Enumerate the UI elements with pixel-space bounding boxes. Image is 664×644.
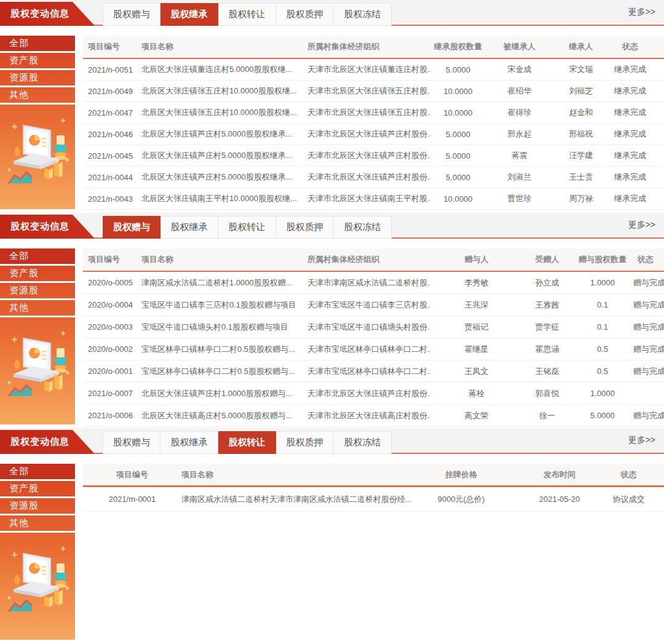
section-title-ribbon: 股权变动信息 bbox=[0, 215, 95, 239]
tab-equity-freeze[interactable]: 股权冻结 bbox=[334, 216, 392, 239]
table-cell: 10.0000 bbox=[430, 194, 486, 204]
laptop-icon bbox=[14, 554, 59, 597]
sidebar-item-resource-shares[interactable]: 资源股 bbox=[0, 498, 75, 515]
sidebar-item-all[interactable]: 全部 bbox=[0, 36, 75, 53]
table-cell: 北辰区大张庄镇高庄村5.0000股股权赠与... bbox=[141, 410, 307, 421]
table-cell: 9000元(总价) bbox=[415, 494, 507, 505]
sidebar-item-resource-shares[interactable]: 资源股 bbox=[0, 70, 75, 87]
table-row[interactable]: 2020/o-0002宝坻区林亭口镇林亭口二村0.5股股权赠与...天津市宝坻区… bbox=[83, 338, 664, 360]
table-cell: 蒋栓 bbox=[430, 388, 523, 399]
table-cell: 继承完成 bbox=[609, 172, 664, 183]
section-body: 全部资产股资源股其他 bbox=[0, 239, 664, 428]
table-cell: 2021/o-0006 bbox=[83, 411, 141, 420]
tab-equity-freeze[interactable]: 股权冻结 bbox=[334, 3, 392, 26]
column-header: 状态 bbox=[609, 41, 664, 52]
sidebar-item-other[interactable]: 其他 bbox=[0, 515, 75, 533]
table-row[interactable]: 2021/m-0001津南区咸水沽镇二道桥村天津市津南区咸水沽镇二道桥村股份经.… bbox=[83, 487, 664, 512]
laptop-finance-illustration-icon bbox=[4, 327, 71, 405]
section-title: 股权变动信息 bbox=[10, 436, 69, 448]
sidebar-item-other[interactable]: 其他 bbox=[0, 300, 75, 317]
table-cell: 继承完成 bbox=[609, 193, 664, 204]
table-cell: 继承完成 bbox=[609, 107, 664, 118]
table-cell: 天津市北辰区大张庄镇张五庄村股... bbox=[307, 85, 430, 97]
column-header: 赠与股权数量 bbox=[572, 254, 633, 265]
table-cell: 天津市宝坻区牛道口镇李三店村股... bbox=[307, 300, 430, 311]
sidebar-item-other[interactable]: 其他 bbox=[0, 87, 75, 105]
more-link[interactable]: 更多>> bbox=[628, 0, 655, 25]
table-cell: 2021/m-0001 bbox=[83, 495, 181, 504]
table-cell: 5.0000 bbox=[430, 130, 486, 139]
column-header: 状态 bbox=[612, 469, 664, 480]
tab-equity-transfer[interactable]: 股权转让 bbox=[218, 216, 276, 239]
tab-equity-transfer[interactable]: 股权转让 bbox=[218, 3, 276, 26]
coins-icon bbox=[55, 135, 67, 160]
table-cell: 天津市北辰区大张庄镇张五庄村股... bbox=[307, 107, 430, 118]
tab-equity-pledge[interactable]: 股权质押 bbox=[276, 3, 334, 26]
table-row[interactable]: 2020/o-0001宝坻区林亭口镇林亭口二村0.5股股权赠与...天津市宝坻区… bbox=[83, 360, 664, 383]
table-cell: 赠与完成 bbox=[633, 366, 664, 377]
table-row[interactable]: 2020/o-0003宝坻区牛道口镇塘头村0.1股股权赠与项目天津市宝坻区牛道口… bbox=[83, 316, 664, 338]
table-row[interactable]: 2021/o-0006北辰区大张庄镇高庄村5.0000股股权赠与...天津市北辰… bbox=[83, 405, 664, 427]
table-row[interactable]: 2021/n-0046北辰区大张庄镇芦庄村5.0000股股权继承...天津市北辰… bbox=[83, 124, 664, 145]
table-cell: 北辰区大张庄镇南王平村10.0000股股权继... bbox=[141, 193, 307, 204]
table-cell: 津南区咸水沽镇二道桥村1.0000股股权赠... bbox=[141, 277, 307, 288]
line-chart-icon bbox=[9, 172, 32, 183]
tab-equity-inheritance[interactable]: 股权继承 bbox=[160, 216, 218, 239]
table-row[interactable]: 2021/n-0043北辰区大张庄镇南王平村10.0000股股权继...天津市北… bbox=[83, 188, 664, 210]
tab-equity-gift[interactable]: 股权赠与 bbox=[103, 3, 160, 26]
table-row[interactable]: 2020/o-0005津南区咸水沽镇二道桥村1.0000股股权赠...天津市津南… bbox=[83, 272, 664, 294]
column-header: 受赠人 bbox=[523, 254, 572, 265]
more-link[interactable]: 更多>> bbox=[628, 428, 655, 453]
table-row[interactable]: 2021/n-0047北辰区大张庄镇张五庄村10.0000股股权继...天津市北… bbox=[83, 102, 664, 124]
tab-equity-gift-active[interactable]: 股权赠与 bbox=[103, 216, 160, 239]
section-inheritance: 股权变动信息 股权赠与股权继承股权转让股权质押股权冻结 更多>> 全部资产股资源… bbox=[0, 0, 664, 213]
table-header-row: 项目编号项目名称挂牌价格发布时间状态 bbox=[83, 464, 664, 487]
table-row[interactable]: 2021/n-0044北辰区大张庄镇芦庄村5.0000股股权继承...天津市北辰… bbox=[83, 167, 664, 188]
tab-equity-pledge[interactable]: 股权质押 bbox=[276, 216, 334, 239]
table-cell: 汪学建 bbox=[553, 150, 609, 161]
flame-icon bbox=[14, 146, 20, 156]
table-row[interactable]: 2021/o-0007北辰区大张庄镇芦庄村1.0000股股权赠与...天津市北辰… bbox=[83, 383, 664, 405]
table-cell: 0.1 bbox=[572, 322, 633, 332]
table-cell: 王雅茜 bbox=[523, 300, 572, 311]
table-cell: 曹世珍 bbox=[486, 193, 553, 204]
sidebar-item-asset-shares[interactable]: 资产股 bbox=[0, 266, 75, 283]
sidebar-item-resource-shares[interactable]: 资源股 bbox=[0, 283, 75, 300]
sidebar-item-asset-shares[interactable]: 资产股 bbox=[0, 481, 75, 498]
table-cell: 协议成交 bbox=[612, 494, 664, 505]
table-cell: 2021/n-0045 bbox=[83, 151, 141, 161]
column-header: 赠与人 bbox=[430, 254, 523, 265]
table-row[interactable]: 2021/n-0051北辰区大张庄镇董连庄村5.0000股股权继...天津市北辰… bbox=[83, 59, 664, 81]
table-cell: 2020/o-0002 bbox=[83, 344, 141, 354]
table-cell: 2020/o-0004 bbox=[83, 300, 141, 309]
sidebar-item-asset-shares[interactable]: 资产股 bbox=[0, 53, 75, 70]
tab-equity-pledge[interactable]: 股权质押 bbox=[276, 431, 334, 454]
table-cell: 2021-05-20 bbox=[507, 495, 612, 504]
table-cell: 天津市北辰区大张庄镇董连庄村股... bbox=[307, 64, 430, 75]
sidebar-item-all[interactable]: 全部 bbox=[0, 248, 75, 266]
tab-equity-inheritance[interactable]: 股权继承 bbox=[160, 431, 218, 454]
table-row[interactable]: 2020/o-0004宝坻区牛道口镇李三店村0.1股股权赠与项目天津市宝坻区牛道… bbox=[83, 294, 664, 316]
tab-equity-gift[interactable]: 股权赠与 bbox=[103, 431, 160, 454]
table-cell: 北辰区大张庄镇芦庄村5.0000股股权继承... bbox=[141, 172, 307, 183]
tab-equity-transfer-active[interactable]: 股权转让 bbox=[218, 431, 276, 454]
table-cell: 北辰区大张庄镇张五庄村10.0000股股权继... bbox=[141, 107, 307, 118]
category-sidebar: 全部资产股资源股其他 bbox=[0, 248, 75, 424]
sidebar-item-all[interactable]: 全部 bbox=[0, 464, 75, 481]
table-cell: 刘淑兰 bbox=[486, 172, 553, 183]
table-cell: 王铭磊 bbox=[523, 366, 572, 377]
table-cell: 徐一 bbox=[523, 410, 572, 421]
more-link[interactable]: 更多>> bbox=[628, 213, 655, 237]
tab-equity-inheritance-active[interactable]: 股权继承 bbox=[160, 3, 218, 26]
table-body: 2020/o-0005津南区咸水沽镇二道桥村1.0000股股权赠...天津市津南… bbox=[83, 272, 664, 427]
table-cell: 天津市北辰区大张庄镇高庄村股份... bbox=[307, 410, 430, 421]
table-area: 项目编号项目名称挂牌价格发布时间状态 2021/m-0001津南区咸水沽镇二道桥… bbox=[83, 464, 664, 644]
table-cell: 0.1 bbox=[572, 300, 633, 309]
tab-equity-freeze[interactable]: 股权冻结 bbox=[334, 431, 392, 454]
table-cell: 10.0000 bbox=[430, 108, 486, 117]
table-row[interactable]: 2021/n-0049北辰区大张庄镇张五庄村10.0000股股权继...天津市北… bbox=[83, 81, 664, 102]
table-cell: 2021/n-0043 bbox=[83, 194, 141, 204]
table-cell: 1.0000 bbox=[572, 278, 633, 287]
table-row[interactable]: 2021/n-0045北辰区大张庄镇芦庄村5.0000股股权继承...天津市北辰… bbox=[83, 145, 664, 167]
line-chart-icon bbox=[9, 385, 32, 396]
